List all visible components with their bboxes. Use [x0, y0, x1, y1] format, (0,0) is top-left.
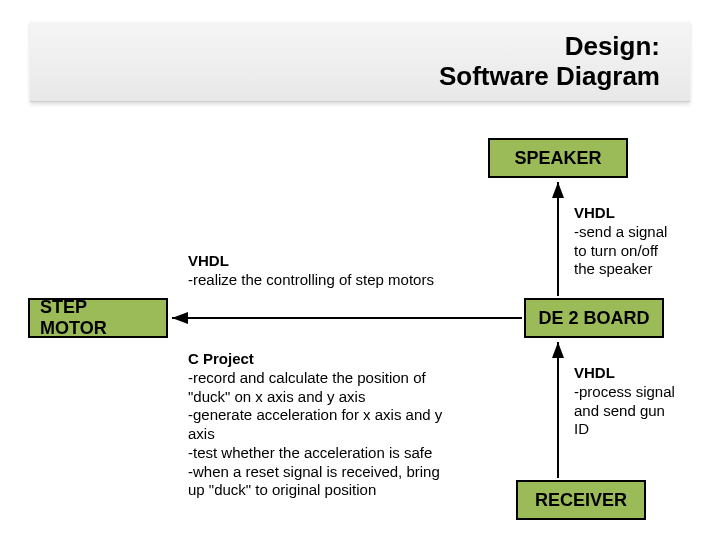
label-c-project-l7: up "duck" to original position [188, 481, 478, 500]
label-c-project-l2: "duck" on x axis and y axis [188, 388, 478, 407]
node-step-motor-label: STEP MOTOR [40, 297, 156, 339]
label-vhdl-speaker-l1: -send a signal [574, 223, 704, 242]
title-line-1: Design: [439, 32, 660, 62]
node-receiver: RECEIVER [516, 480, 646, 520]
label-c-project-l6: -when a reset signal is received, bring [188, 463, 478, 482]
label-vhdl-receiver-hd: VHDL [574, 364, 704, 383]
label-vhdl-speaker-hd: VHDL [574, 204, 704, 223]
node-speaker: SPEAKER [488, 138, 628, 178]
page-title: Design: Software Diagram [439, 32, 660, 92]
label-vhdl-receiver: VHDL -process signal and send gun ID [574, 364, 704, 439]
label-vhdl-step-body: -realize the controlling of step motors [188, 271, 478, 290]
node-step-motor: STEP MOTOR [28, 298, 168, 338]
label-vhdl-step: VHDL -realize the controlling of step mo… [188, 252, 478, 290]
node-speaker-label: SPEAKER [514, 148, 601, 169]
title-bar: Design: Software Diagram [30, 22, 690, 102]
label-vhdl-speaker-l3: the speaker [574, 260, 704, 279]
label-vhdl-receiver-l2: and send gun [574, 402, 704, 421]
node-receiver-label: RECEIVER [535, 490, 627, 511]
label-vhdl-receiver-l1: -process signal [574, 383, 704, 402]
label-c-project-l3: -generate acceleration for x axis and y [188, 406, 478, 425]
node-de2-board: DE 2 BOARD [524, 298, 664, 338]
title-line-2: Software Diagram [439, 62, 660, 92]
node-de2-board-label: DE 2 BOARD [538, 308, 649, 329]
label-c-project-hd: C Project [188, 350, 478, 369]
label-c-project-l5: -test whether the acceleration is safe [188, 444, 478, 463]
label-c-project-l4: axis [188, 425, 478, 444]
label-vhdl-step-hd: VHDL [188, 252, 478, 271]
label-vhdl-speaker-l2: to turn on/off [574, 242, 704, 261]
label-vhdl-speaker: VHDL -send a signal to turn on/off the s… [574, 204, 704, 279]
label-c-project: C Project -record and calculate the posi… [188, 350, 478, 500]
label-vhdl-receiver-l3: ID [574, 420, 704, 439]
label-c-project-l1: -record and calculate the position of [188, 369, 478, 388]
